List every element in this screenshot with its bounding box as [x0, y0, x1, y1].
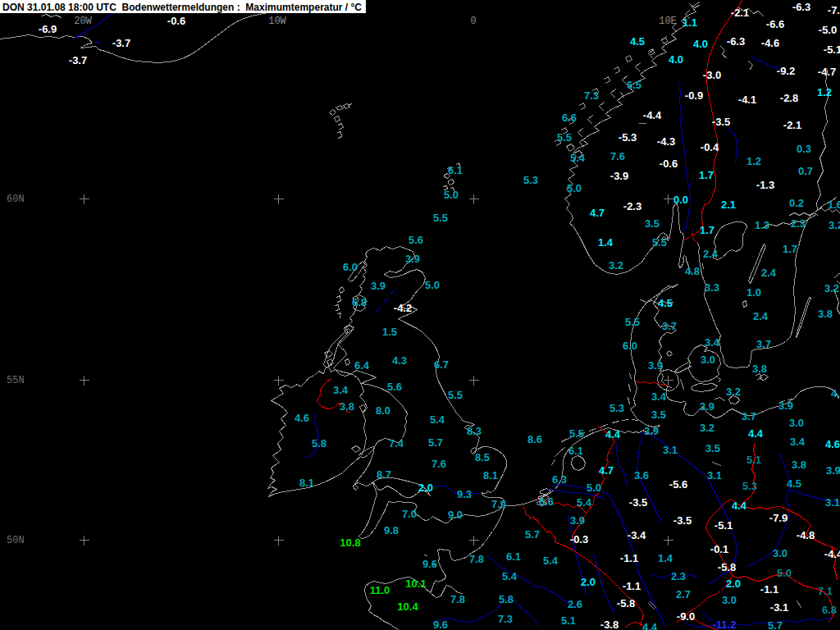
svg-text:-6.9: -6.9	[39, 23, 57, 35]
svg-text:2.4: 2.4	[753, 310, 769, 322]
svg-text:3.9: 3.9	[826, 464, 840, 477]
svg-text:-4.2: -4.2	[394, 302, 412, 314]
svg-text:10E: 10E	[659, 16, 677, 27]
svg-text:7.4: 7.4	[389, 437, 404, 450]
svg-text:3.9: 3.9	[700, 400, 714, 413]
svg-text:10.4: 10.4	[397, 600, 418, 613]
svg-text:-4.4: -4.4	[643, 109, 662, 121]
svg-text:0.7: 0.7	[798, 165, 813, 177]
svg-text:6.6: 6.6	[539, 495, 554, 508]
svg-text:5.4: 5.4	[430, 413, 445, 426]
svg-text:3.1: 3.1	[663, 444, 678, 456]
svg-text:0: 0	[470, 16, 476, 27]
svg-text:7.8: 7.8	[450, 593, 465, 605]
svg-text:-2.3: -2.3	[623, 200, 641, 212]
svg-text:2.0: 2.0	[418, 482, 433, 494]
svg-text:4.6: 4.6	[831, 387, 840, 399]
svg-text:3.1: 3.1	[825, 496, 840, 509]
svg-text:1.0: 1.0	[746, 286, 761, 299]
svg-text:5.7: 5.7	[428, 436, 443, 449]
svg-text:3.5: 3.5	[645, 217, 660, 230]
svg-text:4.6: 4.6	[825, 438, 840, 450]
svg-text:-1.1: -1.1	[623, 580, 641, 592]
svg-text:1.4: 1.4	[658, 552, 673, 564]
svg-text:3.9: 3.9	[371, 280, 386, 292]
svg-text:-4.4: -4.4	[824, 548, 840, 560]
svg-text:9.3: 9.3	[457, 488, 472, 500]
svg-text:1.2: 1.2	[817, 86, 832, 98]
svg-text:5.3: 5.3	[742, 480, 757, 492]
svg-text:7.6: 7.6	[610, 150, 625, 162]
svg-text:5.6: 5.6	[409, 234, 423, 246]
svg-text:11.0: 11.0	[370, 584, 390, 596]
svg-text:3.7: 3.7	[756, 338, 771, 350]
svg-text:5.8: 5.8	[312, 437, 326, 450]
svg-text:6.8: 6.8	[352, 296, 367, 308]
svg-text:5.5: 5.5	[569, 427, 584, 440]
svg-text:2.1: 2.1	[721, 199, 736, 211]
svg-text:5.4: 5.4	[577, 496, 592, 509]
svg-text:3.1: 3.1	[707, 469, 722, 482]
svg-text:7.9: 7.9	[491, 498, 506, 510]
svg-text:9.6: 9.6	[422, 558, 437, 570]
svg-text:3.9: 3.9	[644, 425, 659, 437]
svg-text:1.6: 1.6	[828, 199, 840, 211]
svg-text:4.7: 4.7	[590, 207, 605, 219]
svg-text:50N: 50N	[7, 535, 25, 546]
svg-text:4.5: 4.5	[787, 477, 801, 490]
svg-text:-0.6: -0.6	[660, 158, 678, 170]
svg-text:-5.3: -5.3	[619, 131, 637, 144]
svg-text:3.4: 3.4	[333, 384, 349, 396]
svg-text:-11.2: -11.2	[713, 619, 737, 630]
svg-text:8.7: 8.7	[377, 468, 391, 481]
svg-text:5.0: 5.0	[444, 189, 459, 201]
svg-text:4.4: 4.4	[732, 500, 747, 512]
svg-text:5.0: 5.0	[587, 482, 601, 494]
svg-text:7.3: 7.3	[498, 613, 513, 625]
svg-text:7.0: 7.0	[402, 508, 417, 520]
svg-text:3.9: 3.9	[570, 514, 585, 527]
svg-text:-3.9: -3.9	[610, 170, 628, 182]
svg-text:10.8: 10.8	[340, 536, 360, 549]
svg-text:3.4: 3.4	[705, 336, 720, 349]
svg-text:-5.0: -5.0	[819, 24, 837, 36]
svg-text:8.1: 8.1	[483, 469, 498, 482]
svg-text:6.1: 6.1	[568, 445, 583, 457]
svg-text:-0.9: -0.9	[685, 89, 703, 102]
svg-text:9.6: 9.6	[433, 619, 448, 630]
svg-text:-3.7: -3.7	[69, 54, 87, 66]
svg-text:4.6: 4.6	[294, 412, 309, 424]
svg-text:-0.1: -0.1	[710, 543, 728, 555]
svg-text:2.3: 2.3	[791, 217, 806, 230]
svg-text:3.4: 3.4	[651, 390, 667, 403]
svg-text:4.4: 4.4	[748, 427, 764, 440]
svg-text:3.8: 3.8	[340, 400, 354, 413]
svg-text:4.5: 4.5	[630, 35, 645, 48]
svg-text:10W: 10W	[268, 16, 286, 27]
svg-text:3.7: 3.7	[742, 410, 756, 422]
svg-text:-4.8: -4.8	[797, 529, 815, 541]
svg-text:5.5: 5.5	[652, 236, 667, 249]
svg-text:5.7: 5.7	[525, 528, 540, 541]
svg-text:6.3: 6.3	[552, 473, 567, 486]
svg-text:-3.5: -3.5	[629, 496, 647, 509]
svg-text:8.0: 8.0	[376, 404, 390, 417]
svg-text:1.5: 1.5	[382, 326, 397, 338]
svg-text:-2.1: -2.1	[783, 119, 801, 131]
svg-text:9.0: 9.0	[448, 509, 463, 521]
svg-text:-3.8: -3.8	[600, 619, 619, 630]
svg-text:-3.4: -3.4	[628, 529, 646, 541]
svg-text:-0.3: -0.3	[570, 533, 588, 546]
svg-text:3.5: 3.5	[651, 409, 666, 421]
svg-text:-3.1: -3.1	[770, 601, 788, 614]
svg-text:8.6: 8.6	[527, 433, 542, 445]
svg-text:0.0: 0.0	[673, 194, 688, 206]
svg-text:1.3: 1.3	[755, 219, 769, 231]
svg-text:7.8: 7.8	[469, 553, 484, 565]
svg-text:-9.2: -9.2	[777, 65, 795, 77]
svg-text:5.3: 5.3	[609, 402, 624, 414]
svg-text:1.1: 1.1	[682, 16, 697, 29]
svg-text:5.7: 5.7	[768, 619, 783, 630]
svg-text:3.0: 3.0	[722, 594, 737, 606]
svg-text:4.5: 4.5	[658, 297, 673, 309]
